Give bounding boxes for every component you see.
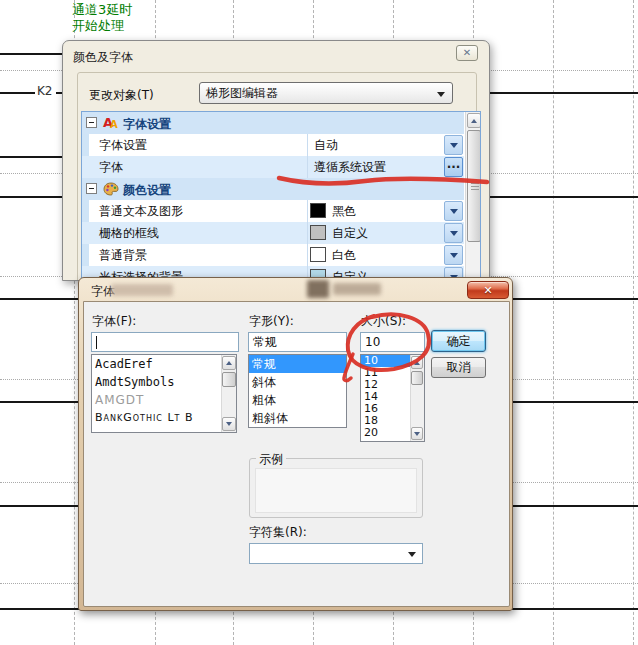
- dropdown-button[interactable]: [444, 201, 463, 221]
- column-divider: [307, 134, 308, 156]
- scrollbar-thumb[interactable]: [467, 130, 481, 242]
- group-row-font-settings[interactable]: AA 字体设置: [82, 112, 464, 134]
- font-style-list[interactable]: 常规 斜体 粗体 粗斜体: [248, 354, 347, 428]
- colors-fonts-dialog: 颜色及字体 ✕ 更改对象(T) 梯形图编辑器 AA 字体设置 字体设置 自动 字…: [62, 40, 490, 281]
- cancel-button[interactable]: 取消: [431, 357, 486, 378]
- close-icon: ✕: [483, 284, 492, 297]
- chevron-down-icon: [450, 143, 458, 148]
- charset-combobox[interactable]: [249, 543, 423, 564]
- size-label: 大小(S):: [361, 313, 406, 330]
- property-grid: AA 字体设置 字体设置 自动 字体 遵循系统设置 ... 颜色设置 普通文本及…: [81, 111, 481, 281]
- font-size-value: 10: [365, 335, 380, 349]
- font-icon: AA: [103, 115, 120, 131]
- property-value: 遵循系统设置: [314, 159, 386, 176]
- style-label: 字形(Y):: [249, 313, 294, 330]
- sample-label: 示例: [256, 451, 286, 468]
- charset-label: 字符集(R):: [249, 524, 307, 541]
- dropdown-button[interactable]: [444, 245, 463, 265]
- dropdown-button[interactable]: [444, 223, 463, 243]
- column-divider: [307, 244, 308, 266]
- close-button[interactable]: ✕: [467, 281, 509, 299]
- cancel-button-label: 取消: [447, 359, 471, 376]
- list-item[interactable]: AcadEref: [92, 355, 236, 373]
- list-item[interactable]: BankGothic Lt B: [92, 409, 236, 427]
- contact-label: K2: [35, 84, 55, 98]
- font-name-input[interactable]: [91, 332, 239, 352]
- font-style-value: 常规: [253, 334, 277, 351]
- group-label: 字体设置: [123, 116, 171, 133]
- grid-scrollbar[interactable]: [465, 112, 481, 281]
- color-swatch: [310, 247, 326, 262]
- list-item[interactable]: 斜体: [249, 373, 346, 391]
- property-row[interactable]: 字体设置 自动: [82, 134, 464, 156]
- ok-button-label: 确定: [447, 333, 471, 350]
- font-dialog: 字体 ✕ 字体(F): 字形(Y): 大小(S): AcadEref AmdtS…: [78, 277, 513, 611]
- ok-button[interactable]: 确定: [431, 330, 486, 352]
- scroll-up-button[interactable]: [467, 113, 481, 128]
- arrow-up-icon: [471, 119, 477, 123]
- dialog-title: 颜色及字体: [73, 49, 133, 66]
- property-name: 字体: [99, 159, 123, 176]
- ladder-rung: [0, 156, 62, 158]
- property-row[interactable]: 字体 遵循系统设置 ...: [82, 156, 464, 178]
- collapse-icon[interactable]: [86, 117, 97, 128]
- property-value: 自定义: [332, 225, 368, 242]
- scroll-down-button[interactable]: [222, 417, 236, 431]
- arrow-up-icon: [226, 361, 232, 365]
- ellipsis-button[interactable]: ...: [444, 157, 463, 177]
- font-style-input[interactable]: 常规: [248, 332, 347, 352]
- list-item[interactable]: 粗斜体: [249, 409, 346, 427]
- rung-comment: 通道3延时开始处理: [72, 2, 132, 34]
- color-swatch: [310, 203, 326, 218]
- scrollbar-thumb[interactable]: [222, 372, 236, 387]
- size-list-scrollbar[interactable]: [410, 355, 424, 441]
- comment-line: 开始处理: [72, 18, 124, 33]
- list-item[interactable]: AMGDT: [92, 391, 236, 409]
- arrow-up-icon: [414, 361, 420, 365]
- close-icon: ✕: [463, 48, 471, 58]
- scrollbar-thumb[interactable]: [411, 371, 423, 385]
- list-item[interactable]: 粗体: [249, 391, 346, 409]
- chevron-down-icon: [450, 209, 458, 214]
- property-value: 自动: [314, 137, 338, 154]
- list-item-selected[interactable]: 常规: [249, 355, 346, 373]
- font-list[interactable]: AcadEref AmdtSymbols AMGDT BankGothic Lt…: [91, 354, 237, 433]
- scroll-up-button[interactable]: [411, 356, 423, 369]
- column-divider: [307, 200, 308, 222]
- list-item[interactable]: AmdtSymbols: [92, 373, 236, 391]
- property-name: 栅格的框线: [99, 225, 159, 242]
- change-target-combobox[interactable]: 梯形图编辑器: [199, 82, 453, 104]
- dropdown-button[interactable]: [444, 135, 463, 155]
- chevron-down-icon: [450, 253, 458, 258]
- property-row[interactable]: 栅格的框线 自定义: [82, 222, 464, 244]
- redacted-blur: [333, 283, 381, 295]
- group-label: 颜色设置: [123, 182, 171, 199]
- chevron-down-icon: [450, 231, 458, 236]
- color-swatch: [310, 225, 326, 240]
- scroll-up-button[interactable]: [222, 356, 236, 370]
- property-row[interactable]: 普通背景 白色: [82, 244, 464, 266]
- property-name: 普通背景: [99, 247, 147, 264]
- font-size-list[interactable]: 10 11 12 14 16 18 20: [360, 354, 425, 442]
- collapse-icon[interactable]: [86, 183, 97, 194]
- redacted-blur: [111, 284, 173, 296]
- group-row-color-settings[interactable]: 颜色设置: [82, 178, 464, 200]
- sample-preview: [255, 468, 417, 513]
- text-caret: [96, 336, 97, 349]
- chevron-down-icon: [408, 552, 416, 557]
- font-label: 字体(F):: [92, 313, 136, 330]
- scroll-down-button[interactable]: [411, 427, 423, 440]
- grid-vline: [553, 0, 554, 645]
- font-list-scrollbar[interactable]: [221, 355, 236, 432]
- property-row[interactable]: 普通文本及图形 黑色: [82, 200, 464, 222]
- ladder-rung: [0, 92, 35, 94]
- chevron-down-icon: [437, 92, 445, 97]
- property-name: 普通文本及图形: [99, 203, 183, 220]
- column-divider: [307, 156, 308, 178]
- sample-groupbox: 示例: [249, 458, 423, 518]
- comment-line: 通道3延时: [72, 2, 132, 17]
- close-button[interactable]: ✕: [456, 45, 478, 61]
- grid-vline: [633, 0, 634, 645]
- font-size-input[interactable]: 10: [360, 332, 425, 352]
- column-divider: [307, 222, 308, 244]
